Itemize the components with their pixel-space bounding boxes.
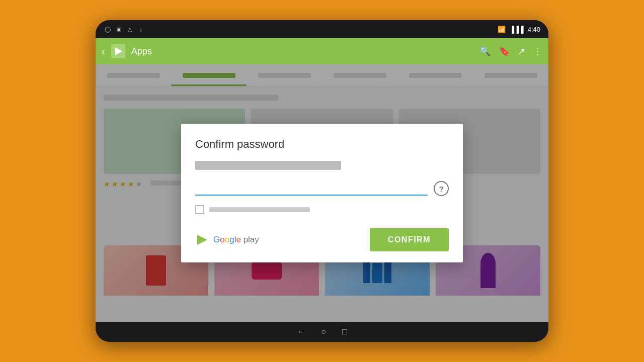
play-store-icon	[111, 44, 125, 58]
signal-icon: ▐▐▐	[510, 26, 524, 33]
status-icons-left: ◯ ▣ △ ↓	[104, 25, 145, 33]
help-icon[interactable]: ?	[434, 181, 449, 196]
circle-icon: ◯	[104, 25, 112, 33]
app-bar: ‹ Apps 🔍 🔖 ↗ ⋮	[96, 38, 548, 64]
modal-footer: Google play CONFIRM	[195, 228, 449, 251]
time-display: 4:40	[528, 26, 540, 33]
remember-checkbox[interactable]	[195, 205, 204, 214]
warning-icon: △	[126, 25, 134, 33]
checkbox-row	[195, 205, 449, 214]
google-play-brand: Google play	[195, 233, 259, 247]
home-nav-icon[interactable]: ○	[321, 327, 326, 336]
wifi-icon: 📶	[498, 26, 506, 33]
password-display-bar	[195, 161, 341, 170]
confirm-password-modal: Confirm password ?	[181, 124, 463, 262]
search-button[interactable]: 🔍	[479, 46, 491, 57]
recents-nav-icon[interactable]: □	[342, 327, 347, 336]
app-bar-title: Apps	[131, 46, 473, 57]
google-play-text: Google play	[213, 235, 259, 245]
google-play-logo	[195, 233, 209, 247]
confirm-button[interactable]: CONFIRM	[370, 228, 449, 251]
download-icon: ↓	[137, 25, 145, 33]
status-right: 📶 ▐▐▐ 4:40	[498, 26, 540, 33]
content-area: ★★★★★	[96, 64, 548, 322]
svg-marker-2	[197, 235, 207, 245]
checkbox-label	[209, 207, 310, 212]
status-bar: ◯ ▣ △ ↓ 📶 ▐▐▐ 4:40	[96, 20, 548, 38]
modal-overlay: Confirm password ?	[96, 64, 548, 322]
bookmark-button[interactable]: 🔖	[499, 46, 510, 57]
modal-title: Confirm password	[195, 138, 449, 151]
password-input[interactable]	[195, 182, 428, 196]
back-nav-icon[interactable]: ←	[297, 327, 305, 336]
image-icon: ▣	[115, 25, 123, 33]
tablet-frame: ◯ ▣ △ ↓ 📶 ▐▐▐ 4:40 ‹ Apps 🔍 🔖 ↗ ⋮	[96, 20, 548, 342]
share-button[interactable]: ↗	[518, 46, 525, 57]
app-bar-actions: 🔍 🔖 ↗ ⋮	[479, 46, 542, 57]
nav-bar: ← ○ □	[96, 322, 548, 342]
password-input-row: ?	[195, 181, 449, 196]
more-button[interactable]: ⋮	[533, 46, 542, 57]
back-button[interactable]: ‹	[102, 46, 105, 57]
